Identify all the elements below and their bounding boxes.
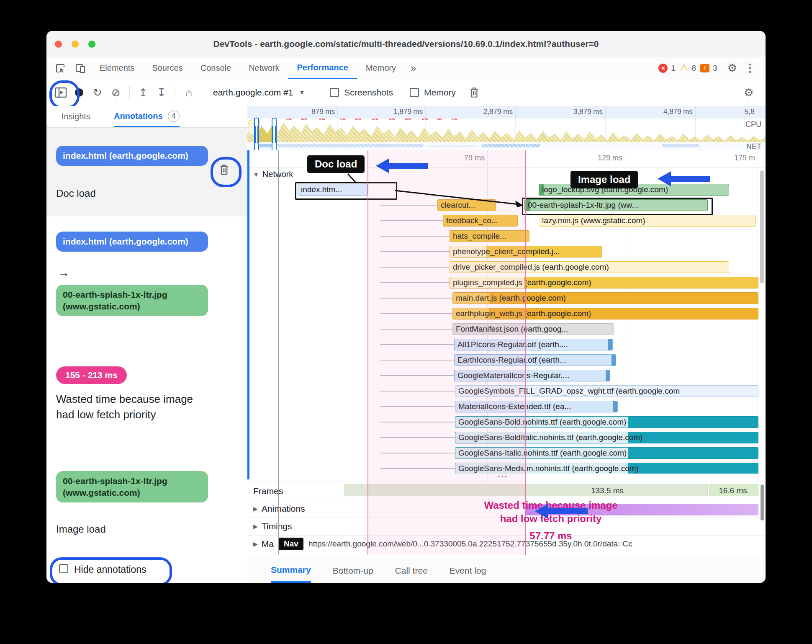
bottom-tab-bottom-up[interactable]: Bottom-up — [333, 558, 373, 583]
wasted-time-annotation-text: Wasted time because image had low fetch … — [427, 499, 674, 543]
hide-annotations-checkbox[interactable] — [59, 564, 68, 573]
download-profile-icon[interactable]: ↧ — [152, 83, 171, 102]
network-request-bar[interactable]: plugins_compiled.js (earth.google.com) — [450, 277, 758, 289]
bottom-tab-event-log[interactable]: Event log — [450, 558, 486, 583]
network-request-bar[interactable]: hats_compile... — [450, 230, 529, 242]
settings-gear-icon[interactable]: ⚙ — [727, 62, 737, 75]
timeline-overview[interactable]: 879 ms1,879 ms2,879 ms3,879 ms4,879 ms5,… — [247, 106, 766, 151]
network-request-bar[interactable]: phenotype_client_compiled.j... — [450, 246, 602, 258]
request-timing-leader — [380, 391, 455, 392]
expander-icon[interactable]: ▶ — [253, 505, 258, 512]
tracks-scrollbar-thumb[interactable] — [761, 484, 764, 520]
ruler-tick-label: 79 ms — [449, 154, 485, 162]
network-track-header[interactable]: ▼ Network — [253, 170, 293, 179]
network-request-bar[interactable]: EarthIcons-Regular.otf (earth... — [454, 354, 616, 366]
tab-annotations[interactable]: Annotations 4 — [114, 106, 180, 127]
capture-settings-gear-icon[interactable]: ⚙ — [740, 83, 758, 102]
memory-checkbox[interactable] — [410, 88, 419, 97]
frame-duration-long: 133.5 ms — [574, 486, 641, 495]
annotation-link-to-pill[interactable]: 00-earth-splash-1x-ltr.jpg (www.gstatic.… — [56, 285, 208, 316]
network-request-bar[interactable]: index.htm... — [298, 184, 367, 196]
network-request-bar[interactable]: lazy.min.js (www.gstatic.com) — [539, 215, 756, 227]
tab-performance[interactable]: Performance — [288, 57, 357, 79]
device-toolbar-icon[interactable] — [74, 62, 87, 75]
tab-network[interactable]: Network — [240, 57, 288, 79]
network-request-bar[interactable]: GoogleSymbols_FILL_GRAD_opsz_wght.ttf (e… — [455, 385, 758, 397]
tab-elements[interactable]: Elements — [91, 57, 143, 79]
expander-icon[interactable]: ▶ — [253, 523, 258, 530]
expander-icon[interactable]: ▶ — [253, 541, 258, 547]
more-rows-ellipsis[interactable]: … — [497, 467, 509, 480]
maximize-window-button[interactable] — [88, 41, 95, 48]
home-icon[interactable]: ⌂ — [180, 83, 198, 102]
network-request-bar[interactable]: GoogleMaterialIcons-Regular.... — [454, 370, 610, 381]
network-request-bar[interactable]: All1PIcons-Regular.otf (earth.... — [454, 339, 613, 350]
tab-memory[interactable]: Memory — [357, 57, 405, 79]
network-request-bar[interactable]: earthplugin_web.js (earth.google.com) — [452, 308, 758, 319]
warning-count: 8 — [692, 64, 696, 73]
network-request-bar[interactable]: feedback_co... — [443, 215, 518, 227]
error-count: 1 — [671, 64, 676, 73]
reload-and-record-button[interactable]: ↻ — [88, 83, 107, 102]
request-timing-leader — [380, 344, 454, 345]
more-tabs-chevron[interactable]: » — [405, 62, 422, 74]
request-timing-leader — [380, 205, 437, 206]
tab-sources[interactable]: Sources — [143, 57, 191, 79]
selection-handle-right[interactable] — [272, 118, 277, 151]
network-request-bar[interactable]: GoogleSans-BoldItalic.nohints.ttf (earth… — [455, 432, 758, 443]
error-icon[interactable]: × — [658, 64, 668, 73]
unselected-region-hatch — [277, 118, 766, 150]
toolbar-separator — [175, 86, 175, 99]
record-button[interactable] — [70, 83, 88, 102]
tab-insights[interactable]: Insights — [62, 106, 90, 127]
collapse-triangle-icon[interactable]: ▼ — [253, 171, 259, 178]
network-request-bar[interactable]: drive_picker_compiled.js (earth.google.c… — [450, 261, 729, 273]
request-timing-leader — [380, 313, 452, 314]
annotations-count-badge: 4 — [168, 111, 180, 122]
ruler-tick-label: 179 m — [719, 154, 755, 162]
bottom-tab-call-tree[interactable]: Call tree — [395, 558, 428, 583]
upload-profile-icon[interactable]: ↥ — [134, 83, 152, 102]
delete-annotation-icon[interactable] — [218, 164, 230, 176]
annotation-pill-index-html[interactable]: index.html (earth.google.com) — [56, 146, 208, 166]
frames-track[interactable]: Frames 133.5 ms 16.6 ms — [247, 482, 766, 500]
clear-recording-button[interactable]: ⊘ — [107, 83, 125, 102]
selection-handle-left[interactable] — [254, 118, 259, 151]
title-bar: DevTools - earth.google.com/static/multi… — [46, 31, 766, 57]
network-request-bar[interactable]: 00-earth-splash-1x-ltr.jpg (ww... — [524, 199, 708, 211]
show-sidebar-toggle-icon[interactable] — [51, 83, 70, 102]
devtools-tab-bar: ElementsSourcesConsoleNetworkPerformance… — [46, 57, 766, 80]
tab-console[interactable]: Console — [192, 57, 240, 79]
overview-tick-label: 5,8 — [745, 108, 766, 116]
network-request-bar[interactable]: FontManifest.json (earth.goog... — [452, 323, 614, 335]
issues-icon[interactable]: ! — [700, 64, 709, 72]
screenshots-checkbox[interactable] — [330, 88, 339, 97]
request-timing-leader — [380, 453, 455, 453]
cpu-track-label: CPU — [745, 120, 761, 129]
annotation-pill-splash-image[interactable]: 00-earth-splash-1x-ltr.jpg (www.gstatic.… — [56, 471, 208, 502]
annotation-range-pill[interactable]: 155 - 213 ms — [56, 366, 127, 384]
annotation-card-doc-load[interactable] — [46, 128, 247, 216]
kebab-menu-icon[interactable]: ⋮ — [745, 62, 755, 75]
close-window-button[interactable] — [55, 41, 62, 48]
minimize-window-button[interactable] — [72, 41, 79, 48]
target-selector[interactable]: earth.google.com #1 ▼ — [213, 88, 305, 98]
overview-tick-label: 1,879 ms — [383, 108, 423, 116]
network-request-bar[interactable]: main.dart.js (earth.google.com) — [452, 292, 758, 304]
network-request-bar[interactable]: GoogleSans-Bold.nohints.ttf (earth.googl… — [455, 416, 758, 428]
frame-bar-long[interactable] — [344, 484, 708, 496]
network-request-bar[interactable]: clearcut... — [437, 199, 496, 211]
warning-icon[interactable]: ⚠ — [680, 63, 689, 73]
annotation-link-from-pill[interactable]: index.html (earth.google.com) — [56, 232, 208, 252]
timeline-main: 879 ms1,879 ms2,879 ms3,879 ms4,879 ms5,… — [247, 106, 766, 583]
nav-marker-chip[interactable]: Nav — [279, 538, 303, 550]
network-request-bar[interactable]: GoogleSans-Italic.nohints.ttf (earth.goo… — [455, 447, 758, 459]
timings-track-label: Timings — [262, 521, 292, 531]
inspect-element-icon[interactable] — [54, 62, 67, 75]
network-request-bar[interactable]: MaterialIcons-Extended.ttf (ea... — [455, 401, 618, 412]
bottom-tab-summary[interactable]: Summary — [271, 558, 311, 583]
annotation-label-doc-load: Doc load — [56, 188, 96, 199]
annotation-range-text: Wasted time because image had low fetch … — [56, 392, 202, 422]
collect-garbage-icon[interactable] — [465, 83, 483, 102]
details-tab-bar: SummaryBottom-upCall treeEvent log — [247, 558, 766, 583]
